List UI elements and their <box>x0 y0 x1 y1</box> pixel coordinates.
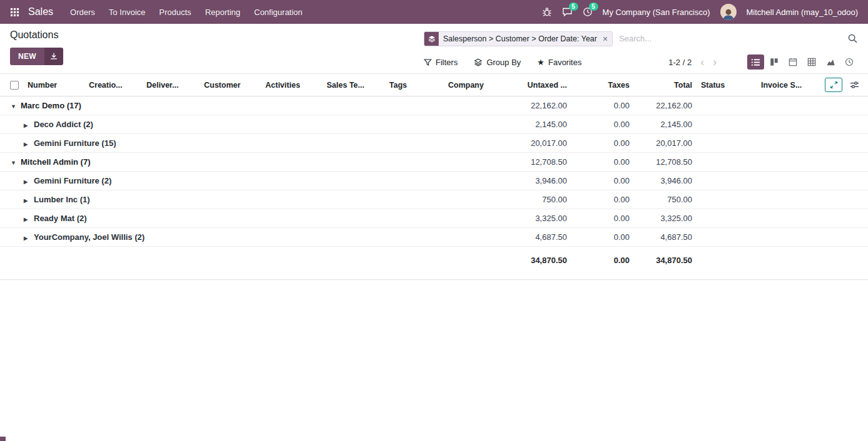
group-cell-untaxed: 12,708.50 <box>512 153 573 172</box>
filters-button[interactable]: Filters <box>424 58 457 67</box>
group-by-button[interactable]: Group By <box>474 58 521 67</box>
quotations-list: Number Creatio... Deliver... Customer Ac… <box>0 73 868 280</box>
group-row[interactable]: ▶Gemini Furniture (15) 20,017.00 0.00 20… <box>0 134 868 153</box>
menu-products[interactable]: Products <box>152 2 198 23</box>
apps-grid-icon[interactable] <box>8 5 22 19</box>
group-caret-icon[interactable]: ▼ <box>11 160 21 166</box>
group-row[interactable]: ▶Deco Addict (2) 2,145.00 0.00 2,145.00 <box>0 115 868 134</box>
group-cell-untaxed: 22,162.00 <box>512 96 573 115</box>
group-row[interactable]: ▼Marc Demo (17) 22,162.00 0.00 22,162.00 <box>0 96 868 115</box>
menu-to-invoice[interactable]: To Invoice <box>102 2 153 23</box>
table-body: ▼Marc Demo (17) 22,162.00 0.00 22,162.00… <box>0 96 868 247</box>
search-input[interactable] <box>619 34 840 43</box>
group-cell-total: 12,708.50 <box>636 153 698 172</box>
group-cell-untaxed: 3,946.00 <box>512 172 573 190</box>
search-icon[interactable] <box>847 33 858 46</box>
main-menu: Orders To Invoice Products Reporting Con… <box>63 2 309 23</box>
kanban-view-button[interactable] <box>766 54 783 70</box>
bug-icon[interactable] <box>542 7 552 17</box>
col-number[interactable]: Number <box>25 74 86 96</box>
col-company[interactable]: Company <box>446 74 512 96</box>
view-switcher <box>747 54 858 70</box>
group-cell-total: 3,325.00 <box>636 209 698 228</box>
group-cell-taxes: 0.00 <box>573 115 636 134</box>
activities-badge: 5 <box>589 3 598 11</box>
group-caret-icon[interactable]: ▶ <box>24 236 34 241</box>
group-cell-total: 2,145.00 <box>636 115 698 134</box>
group-label: Mitchell Admin (7) <box>21 157 90 167</box>
col-untaxed[interactable]: Untaxed ... <box>512 74 573 96</box>
col-customer[interactable]: Customer <box>202 74 263 96</box>
pager-previous-icon[interactable]: ‹ <box>700 56 704 68</box>
total-untaxed: 34,870.50 <box>512 247 573 274</box>
group-row[interactable]: ▶Ready Mat (2) 3,325.00 0.00 3,325.00 <box>0 209 868 228</box>
col-invoice-status[interactable]: Invoice S... <box>758 74 821 96</box>
pivot-view-button[interactable] <box>804 54 820 70</box>
group-label: Marc Demo (17) <box>21 101 81 110</box>
calendar-view-button[interactable] <box>785 54 802 70</box>
optional-columns-icon[interactable] <box>850 80 859 90</box>
user-menu[interactable]: Mitchell Admin (may_10_odoo) <box>747 8 858 17</box>
list-view-icon <box>751 58 760 67</box>
group-row[interactable]: ▶Lumber Inc (1) 750.00 0.00 750.00 <box>0 190 868 209</box>
col-delivery-date[interactable]: Deliver... <box>144 74 202 96</box>
expand-groups-button[interactable] <box>825 78 842 92</box>
menu-configuration[interactable]: Configuration <box>247 2 309 23</box>
col-creation-date[interactable]: Creatio... <box>86 74 144 96</box>
group-row[interactable]: ▼Mitchell Admin (7) 12,708.50 0.00 12,70… <box>0 153 868 172</box>
table-header-row: Number Creatio... Deliver... Customer Ac… <box>0 74 868 96</box>
menu-orders[interactable]: Orders <box>63 2 102 23</box>
group-cell-taxes: 0.00 <box>573 209 636 228</box>
col-status[interactable]: Status <box>698 74 758 96</box>
export-button[interactable] <box>44 48 63 65</box>
group-caret-icon[interactable]: ▶ <box>24 179 34 185</box>
user-avatar[interactable] <box>720 4 737 20</box>
menu-reporting[interactable]: Reporting <box>198 2 247 23</box>
search-bar: Salesperson > Customer > Order Date: Yea… <box>424 31 858 46</box>
new-button[interactable]: NEW <box>10 48 44 65</box>
group-row[interactable]: ▶YourCompany, Joel Willis (2) 4,687.50 0… <box>0 228 868 247</box>
group-cell-untaxed: 3,325.00 <box>512 209 573 228</box>
group-cell-untaxed: 4,687.50 <box>512 228 573 247</box>
star-icon: ★ <box>537 58 544 66</box>
messages-icon[interactable]: 5 <box>562 7 573 17</box>
activity-clock-icon[interactable]: 5 <box>583 7 593 17</box>
col-sales-team[interactable]: Sales Te... <box>324 74 387 96</box>
graph-view-button[interactable] <box>822 54 839 70</box>
group-cell-invoice-status <box>758 96 821 115</box>
list-view-button[interactable] <box>747 54 764 70</box>
group-caret-icon[interactable]: ▶ <box>24 123 34 128</box>
group-caret-icon[interactable]: ▼ <box>11 103 21 110</box>
group-cell-invoice-status <box>758 172 821 190</box>
group-cell-taxes: 0.00 <box>573 190 636 209</box>
group-caret-icon[interactable]: ▶ <box>24 142 34 147</box>
activity-view-button[interactable] <box>841 54 858 70</box>
group-caret-icon[interactable]: ▶ <box>24 198 34 204</box>
group-cell-invoice-status <box>758 209 821 228</box>
pager-next-icon[interactable]: › <box>713 56 717 68</box>
search-facet: Salesperson > Customer > Order Date: Yea… <box>424 31 613 46</box>
group-row[interactable]: ▶Gemini Furniture (2) 3,946.00 0.00 3,94… <box>0 172 868 190</box>
group-cell-invoice-status <box>758 134 821 153</box>
col-tags[interactable]: Tags <box>387 74 446 96</box>
col-taxes[interactable]: Taxes <box>573 74 636 96</box>
group-cell-status <box>698 115 758 134</box>
group-cell-status <box>698 228 758 247</box>
activity-view-icon <box>845 58 854 66</box>
facet-remove-icon[interactable]: × <box>601 34 612 44</box>
group-label: Gemini Furniture (15) <box>34 138 116 148</box>
group-cell-taxes: 0.00 <box>573 172 636 190</box>
col-activities[interactable]: Activities <box>263 74 324 96</box>
group-cell-total: 22,162.00 <box>636 96 698 115</box>
total-amount: 34,870.50 <box>636 247 698 274</box>
select-all-checkbox[interactable] <box>10 81 19 90</box>
company-switcher[interactable]: My Company (San Francisco) <box>603 8 710 17</box>
group-label: YourCompany, Joel Willis (2) <box>34 232 145 242</box>
favorites-button[interactable]: ★ Favorites <box>537 58 581 67</box>
control-panel: Quotations NEW Salesperson > Custom <box>0 24 868 73</box>
app-name[interactable]: Sales <box>28 6 53 18</box>
group-caret-icon[interactable]: ▶ <box>24 217 34 222</box>
col-total[interactable]: Total <box>636 74 698 96</box>
group-cell-untaxed: 20,017.00 <box>512 134 573 153</box>
group-cell-invoice-status <box>758 190 821 209</box>
